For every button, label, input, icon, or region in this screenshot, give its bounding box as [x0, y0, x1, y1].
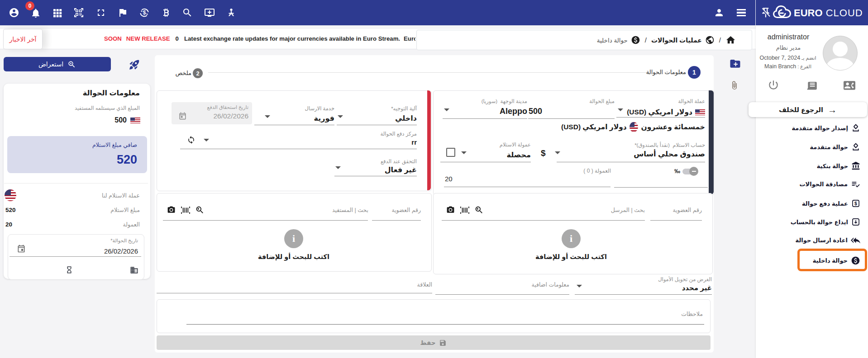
- svg-text:$: $: [143, 9, 146, 16]
- svg-text:$: $: [854, 201, 857, 206]
